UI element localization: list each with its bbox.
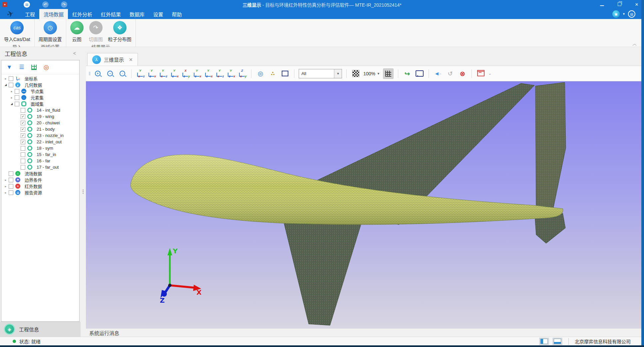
tab-close-icon[interactable]: ✕ bbox=[129, 57, 133, 62]
panel-collapse-icon[interactable]: < bbox=[73, 51, 76, 56]
view-orientation-2[interactable]: Yzx bbox=[147, 69, 156, 78]
pin-icon[interactable]: ✦ bbox=[2, 2, 7, 7]
tree-checkbox[interactable] bbox=[15, 95, 19, 100]
mirror-icon[interactable]: ◀▷ bbox=[433, 69, 443, 78]
transparency-icon[interactable] bbox=[351, 69, 360, 78]
view-orientation-4[interactable]: Yzx bbox=[170, 69, 179, 78]
menu-item-5[interactable]: 设置 bbox=[149, 9, 167, 19]
probe-icon[interactable]: ◎ bbox=[256, 69, 265, 78]
tree-row-16[interactable]: ▸⚑边界条件 bbox=[1, 177, 79, 183]
view-orientation-8[interactable]: Yxz bbox=[215, 69, 224, 78]
tree-collapsed-arrow-icon[interactable]: ▸ bbox=[9, 90, 14, 93]
tree-checkbox[interactable]: ✓ bbox=[21, 114, 25, 119]
panel-bottom-tab[interactable]: ◈ 工程信息 bbox=[0, 322, 81, 337]
tree-row-1[interactable]: ◢◭几何数据 bbox=[1, 82, 79, 88]
tree-checkbox[interactable] bbox=[9, 178, 13, 182]
tree-row-6[interactable]: ✓19 - wing bbox=[1, 113, 79, 120]
view-orientation-1[interactable]: Yxz bbox=[136, 69, 145, 78]
tree-row-10[interactable]: ✓22 - inlet_out bbox=[1, 139, 79, 145]
ribbon-button-particles[interactable]: ❖粒子分布图 bbox=[108, 19, 132, 42]
chevron-down-icon[interactable]: ▼ bbox=[622, 12, 625, 16]
tree-checkbox[interactable] bbox=[15, 89, 19, 94]
export-arrow-icon[interactable]: ↪ bbox=[403, 69, 412, 78]
tab-3d-view[interactable]: ⅄ 三维显示 ✕ bbox=[87, 53, 138, 66]
tree-checkbox[interactable]: ✓ bbox=[21, 121, 25, 125]
tree-collapsed-arrow-icon[interactable]: ▸ bbox=[9, 96, 14, 99]
layout-left-icon[interactable] bbox=[539, 338, 549, 345]
tree-checkbox[interactable] bbox=[9, 83, 13, 87]
restore-button[interactable] bbox=[617, 2, 622, 7]
run-icon[interactable]: ▣ bbox=[612, 10, 620, 18]
combo-arrow-icon[interactable]: ▼ bbox=[334, 69, 342, 78]
tree-collapsed-arrow-icon[interactable]: ▸ bbox=[3, 185, 8, 188]
snapshot-icon[interactable] bbox=[415, 69, 424, 78]
tree-checkbox[interactable]: ✓ bbox=[21, 133, 25, 138]
menu-item-3[interactable]: 红外结果 bbox=[97, 9, 125, 19]
view-orientation-6[interactable]: Yzx bbox=[192, 69, 201, 78]
tree-checkbox[interactable] bbox=[21, 152, 25, 157]
tree-checkbox[interactable] bbox=[9, 190, 13, 195]
help-book-icon[interactable]: ▤ bbox=[628, 10, 635, 18]
tree-collapsed-arrow-icon[interactable]: ▸ bbox=[3, 191, 8, 194]
tree-row-8[interactable]: ✓21 - body bbox=[1, 126, 79, 132]
zoom-fit-icon[interactable]: ▫ bbox=[118, 69, 127, 78]
filter-icon[interactable]: ▼ bbox=[6, 64, 13, 71]
menu-item-1[interactable]: 流场数据 bbox=[39, 9, 68, 19]
tree-collapsed-arrow-icon[interactable]: ▸ bbox=[3, 77, 8, 80]
tree-row-11[interactable]: 18 - sym bbox=[1, 145, 79, 151]
tree-checkbox[interactable] bbox=[9, 76, 13, 81]
new-file-icon[interactable]: ▤ bbox=[24, 1, 30, 8]
tree-checkbox[interactable] bbox=[15, 102, 19, 106]
view-orientation-7[interactable]: Yzx bbox=[204, 69, 213, 78]
zoom-level-dropdown[interactable]: 100%▼ bbox=[363, 71, 380, 76]
tree-collapsed-arrow-icon[interactable]: ▸ bbox=[3, 178, 8, 182]
tree-checkbox[interactable] bbox=[9, 171, 13, 176]
package-caret-icon[interactable]: ⌄ bbox=[488, 72, 491, 75]
tree-expanded-arrow-icon[interactable]: ◢ bbox=[9, 102, 14, 105]
tree-checkbox[interactable] bbox=[21, 146, 25, 151]
tree-checkbox[interactable] bbox=[21, 165, 25, 170]
tree-row-15[interactable]: ∴流场数据 bbox=[1, 170, 79, 177]
menu-item-0[interactable]: 工程 bbox=[21, 9, 39, 19]
tree-row-9[interactable]: ✓23 - nozzle_in bbox=[1, 132, 79, 139]
tree-row-5[interactable]: 14 - int_fluid bbox=[1, 107, 79, 113]
undo-icon[interactable]: ↶ bbox=[42, 1, 49, 8]
scatter-points-icon[interactable]: ∴ bbox=[268, 69, 277, 78]
ribbon-button-cloud[interactable]: ☁云图 bbox=[70, 19, 84, 42]
tree-row-12[interactable]: 15 - far_in bbox=[1, 151, 79, 158]
tree-row-13[interactable]: 16 - far bbox=[1, 158, 79, 164]
tree-row-3[interactable]: ▸◌元素集 bbox=[1, 94, 79, 101]
viewport-3d[interactable]: Y X Z bbox=[86, 81, 641, 328]
tree-checkbox[interactable] bbox=[21, 108, 25, 113]
outline-list-icon[interactable]: ☰ bbox=[18, 64, 25, 71]
view-orientation-9[interactable]: Yzx bbox=[226, 69, 235, 78]
tree-row-7[interactable]: ✓20 - chuiwei bbox=[1, 120, 79, 126]
view-orientation-10[interactable]: Zxy bbox=[238, 69, 247, 78]
tree-checkbox[interactable] bbox=[9, 184, 13, 189]
tree-row-2[interactable]: ▸⊷节点集 bbox=[1, 88, 79, 94]
tree-checkbox[interactable]: ✓ bbox=[21, 140, 25, 144]
locate-icon[interactable]: ◎ bbox=[43, 64, 50, 71]
tree-checkbox[interactable]: ✓ bbox=[21, 127, 25, 132]
package-icon[interactable] bbox=[476, 69, 485, 78]
ribbon-button-clock[interactable]: ◷周期面设置 bbox=[39, 19, 62, 42]
panel-splitter[interactable]: ••• bbox=[81, 47, 86, 337]
toolbar-drag-handle[interactable]: ‖ bbox=[89, 71, 90, 76]
box-select-icon[interactable] bbox=[280, 69, 290, 78]
close-button[interactable]: × bbox=[634, 1, 639, 8]
mesh-toggle-button[interactable] bbox=[383, 68, 394, 79]
zoom-out-icon[interactable]: − bbox=[105, 69, 115, 78]
minimize-button[interactable] bbox=[599, 2, 605, 7]
display-filter-select[interactable]: All ▼ bbox=[299, 69, 342, 78]
redo-icon[interactable]: ↷ bbox=[61, 1, 67, 8]
tree-checkbox[interactable] bbox=[21, 159, 25, 163]
tree-row-4[interactable]: ◢面域集 bbox=[1, 101, 79, 107]
ribbon-button-cas[interactable]: cas导入Cas/Dat bbox=[4, 19, 30, 42]
tree-row-18[interactable]: ▸▤报告资源 bbox=[1, 189, 79, 196]
ribbon-collapse-icon[interactable]: ︿ bbox=[632, 40, 637, 46]
tree-row-14[interactable]: 17 - far_out bbox=[1, 164, 79, 170]
menu-item-4[interactable]: 数据库 bbox=[125, 9, 149, 19]
tree-expanded-arrow-icon[interactable]: ◢ bbox=[3, 83, 8, 86]
view-orientation-3[interactable]: Yxz bbox=[159, 69, 167, 78]
view-orientation-5[interactable]: Xzy bbox=[181, 69, 190, 78]
